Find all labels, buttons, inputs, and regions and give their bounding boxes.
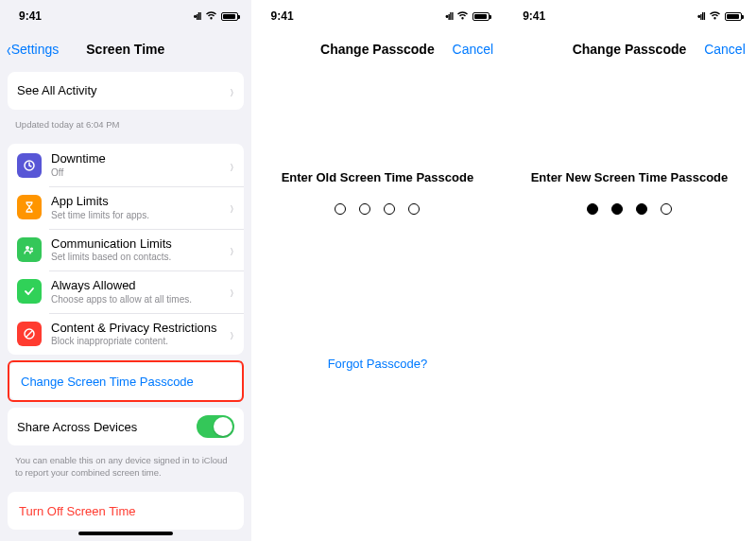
wifi-icon — [709, 10, 721, 22]
status-time: 9:41 — [19, 9, 42, 23]
see-all-activity-label: See All Activity — [17, 83, 97, 98]
battery-icon — [472, 12, 490, 21]
share-toggle[interactable] — [197, 415, 234, 438]
always-allowed-row[interactable]: Always Allowed Choose apps to allow at a… — [8, 270, 244, 313]
activity-group: See All Activity › — [8, 72, 244, 110]
passcode-dot — [636, 203, 647, 215]
chevron-right-icon: › — [231, 323, 233, 344]
wifi-icon — [456, 10, 469, 22]
signal-icon: •ıll — [445, 11, 453, 22]
status-indicators: •ıll — [194, 10, 238, 22]
row-sub: Off — [51, 167, 106, 179]
change-passcode-button[interactable]: Change Screen Time Passcode — [9, 362, 242, 400]
chevron-right-icon: › — [231, 197, 233, 218]
communication-limits-row[interactable]: Communication Limits Set limits based on… — [8, 229, 244, 271]
passcode-dot — [611, 203, 623, 215]
svg-point-2 — [30, 247, 33, 250]
no-entry-icon — [17, 322, 42, 346]
passcode-dot — [359, 203, 370, 215]
cancel-button[interactable]: Cancel — [704, 32, 746, 66]
screen-enter-new-passcode: 9:41 •ıll Change Passcode Cancel Enter N… — [504, 0, 756, 541]
row-title: Communication Limits — [51, 236, 172, 252]
screen-screentime: 9:41 •ıll ‹ Settings Screen Time See All… — [0, 0, 252, 541]
back-button[interactable]: ‹ Settings — [6, 32, 59, 66]
forgot-passcode-link[interactable]: Forgot Passcode? — [252, 357, 504, 371]
content-privacy-row[interactable]: Content & Privacy Restrictions Block ina… — [8, 313, 244, 356]
cancel-button[interactable]: Cancel — [453, 32, 494, 66]
status-bar: 9:41 •ıll — [0, 0, 251, 32]
communication-icon — [17, 237, 42, 262]
share-label: Share Across Devices — [17, 420, 137, 434]
back-label: Settings — [11, 42, 60, 57]
battery-icon — [221, 12, 238, 21]
cancel-label: Cancel — [453, 42, 494, 57]
signal-icon: •ıll — [697, 11, 705, 22]
passcode-dot — [335, 203, 346, 215]
app-limits-row[interactable]: App Limits Set time limits for apps. › — [8, 186, 244, 229]
turn-off-button[interactable]: Turn Off Screen Time — [8, 492, 244, 530]
share-across-devices-row[interactable]: Share Across Devices — [8, 408, 244, 445]
passcode-dot — [384, 203, 395, 215]
passcode-prompt: Enter New Screen Time Passcode — [504, 170, 755, 184]
chevron-right-icon: › — [231, 80, 233, 101]
chevron-right-icon: › — [231, 154, 233, 175]
cancel-label: Cancel — [704, 42, 746, 57]
battery-icon — [725, 12, 742, 21]
checkmark-icon — [17, 279, 42, 304]
row-sub: Block inappropriate content. — [51, 336, 217, 347]
signal-icon: •ıll — [194, 11, 201, 22]
share-group: Share Across Devices — [8, 408, 244, 445]
page-title: Change Passcode — [320, 42, 435, 57]
passcode-prompt: Enter Old Screen Time Passcode — [252, 170, 504, 184]
row-title: Downtime — [51, 151, 106, 166]
status-time: 9:41 — [523, 9, 545, 23]
turn-off-label: Turn Off Screen Time — [19, 504, 136, 518]
status-bar: 9:41 •ıll — [252, 0, 504, 32]
downtime-icon — [17, 153, 42, 178]
updated-footnote: Updated today at 6:04 PM — [0, 115, 251, 138]
chevron-right-icon: › — [231, 281, 233, 302]
passcode-dot — [661, 203, 672, 215]
nav-bar: Change Passcode Cancel — [252, 32, 504, 66]
row-title: App Limits — [51, 194, 149, 209]
nav-bar: Change Passcode Cancel — [504, 32, 755, 66]
passcode-dot — [587, 203, 598, 215]
screen-enter-old-passcode: 9:41 •ıll Change Passcode Cancel Enter O… — [252, 0, 505, 541]
passcode-dots — [252, 203, 504, 215]
wifi-icon — [205, 10, 217, 22]
highlight-box: Change Screen Time Passcode — [8, 360, 244, 402]
row-sub: Set time limits for apps. — [51, 210, 149, 221]
passcode-dots — [504, 203, 755, 215]
row-sub: Choose apps to allow at all times. — [51, 294, 192, 305]
status-indicators: •ıll — [445, 10, 490, 22]
chevron-left-icon: ‹ — [7, 39, 11, 61]
page-title: Change Passcode — [573, 42, 687, 57]
hourglass-icon — [17, 195, 42, 219]
share-footnote: You can enable this on any device signed… — [0, 451, 251, 486]
row-title: Always Allowed — [51, 278, 192, 293]
turnoff-group: Turn Off Screen Time — [8, 492, 244, 530]
change-passcode-label: Change Screen Time Passcode — [21, 375, 194, 389]
downtime-row[interactable]: Downtime Off › — [8, 144, 244, 186]
page-title: Screen Time — [86, 42, 164, 57]
see-all-activity-row[interactable]: See All Activity › — [8, 72, 244, 110]
row-sub: Set limits based on contacts. — [51, 252, 172, 263]
chevron-right-icon: › — [231, 239, 233, 260]
svg-point-1 — [26, 246, 29, 250]
status-indicators: •ıll — [697, 10, 742, 22]
home-indicator[interactable] — [78, 532, 173, 535]
row-title: Content & Privacy Restrictions — [51, 321, 217, 336]
status-bar: 9:41 •ıll — [504, 0, 755, 32]
nav-bar: ‹ Settings Screen Time — [0, 32, 251, 66]
limits-group: Downtime Off › App Limits Set time limit… — [8, 144, 244, 355]
forgot-label: Forgot Passcode? — [328, 357, 428, 371]
status-time: 9:41 — [271, 9, 294, 23]
passcode-dot — [408, 203, 420, 215]
